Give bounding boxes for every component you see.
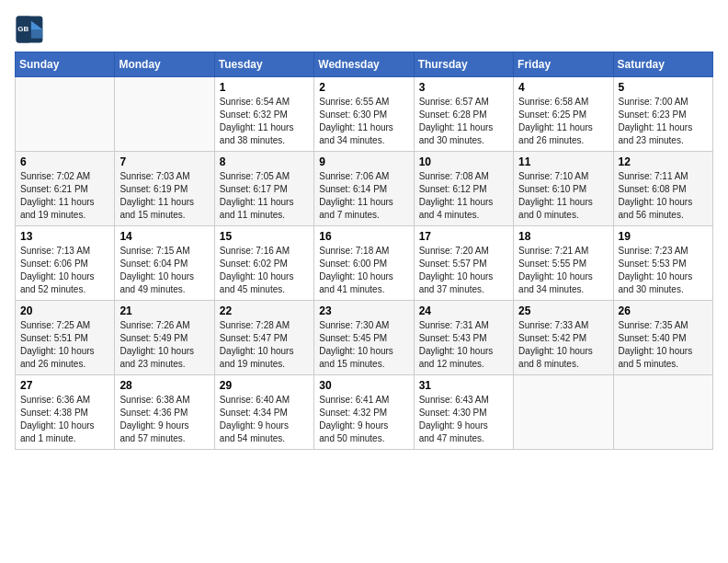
calendar-cell: 21Sunrise: 7:26 AM Sunset: 5:49 PM Dayli…	[115, 301, 214, 375]
weekday-header-wednesday: Wednesday	[314, 52, 414, 77]
day-number: 31	[419, 379, 508, 392]
day-info: Sunrise: 7:18 AM Sunset: 6:00 PM Dayligh…	[319, 245, 408, 296]
day-info: Sunrise: 7:06 AM Sunset: 6:14 PM Dayligh…	[319, 170, 408, 222]
day-number: 9	[319, 155, 408, 168]
calendar-cell	[613, 375, 712, 450]
day-info: Sunrise: 6:57 AM Sunset: 6:28 PM Dayligh…	[419, 96, 508, 147]
day-info: Sunrise: 7:26 AM Sunset: 5:49 PM Dayligh…	[119, 319, 209, 371]
calendar-header: SundayMondayTuesdayWednesdayThursdayFrid…	[16, 52, 713, 77]
calendar-cell: 20Sunrise: 7:25 AM Sunset: 5:51 PM Dayli…	[16, 301, 115, 375]
day-number: 30	[319, 379, 408, 392]
calendar-cell: 31Sunrise: 6:43 AM Sunset: 4:30 PM Dayli…	[414, 375, 513, 450]
calendar-cell: 12Sunrise: 7:11 AM Sunset: 6:08 PM Dayli…	[613, 152, 712, 226]
day-info: Sunrise: 7:35 AM Sunset: 5:40 PM Dayligh…	[619, 319, 708, 371]
day-info: Sunrise: 6:40 AM Sunset: 4:34 PM Dayligh…	[220, 394, 309, 445]
day-info: Sunrise: 7:05 AM Sunset: 6:17 PM Dayligh…	[220, 170, 309, 222]
day-info: Sunrise: 7:03 AM Sunset: 6:19 PM Dayligh…	[119, 170, 209, 222]
day-info: Sunrise: 7:33 AM Sunset: 5:42 PM Dayligh…	[518, 319, 608, 371]
calendar-cell	[115, 77, 214, 152]
day-number: 2	[319, 81, 408, 94]
day-number: 8	[220, 155, 309, 168]
day-info: Sunrise: 7:10 AM Sunset: 6:10 PM Dayligh…	[518, 170, 608, 222]
calendar-week-2: 6Sunrise: 7:02 AM Sunset: 6:21 PM Daylig…	[16, 152, 713, 226]
day-info: Sunrise: 7:02 AM Sunset: 6:21 PM Dayligh…	[20, 170, 109, 222]
calendar-table: SundayMondayTuesdayWednesdayThursdayFrid…	[15, 52, 713, 450]
day-info: Sunrise: 7:23 AM Sunset: 5:53 PM Dayligh…	[619, 245, 708, 296]
day-number: 22	[220, 304, 309, 317]
day-number: 17	[419, 230, 508, 243]
day-info: Sunrise: 7:13 AM Sunset: 6:06 PM Dayligh…	[20, 245, 109, 296]
day-number: 13	[20, 230, 109, 243]
calendar-cell: 9Sunrise: 7:06 AM Sunset: 6:14 PM Daylig…	[314, 152, 414, 226]
calendar-cell: 24Sunrise: 7:31 AM Sunset: 5:43 PM Dayli…	[414, 301, 513, 375]
day-number: 14	[119, 230, 209, 243]
day-info: Sunrise: 6:55 AM Sunset: 6:30 PM Dayligh…	[319, 96, 408, 147]
calendar-cell: 8Sunrise: 7:05 AM Sunset: 6:17 PM Daylig…	[214, 152, 313, 226]
calendar-cell: 22Sunrise: 7:28 AM Sunset: 5:47 PM Dayli…	[214, 301, 313, 375]
day-info: Sunrise: 6:36 AM Sunset: 4:38 PM Dayligh…	[20, 394, 109, 445]
day-info: Sunrise: 7:28 AM Sunset: 5:47 PM Dayligh…	[220, 319, 309, 371]
day-number: 27	[20, 379, 109, 392]
day-number: 3	[419, 81, 508, 94]
calendar-week-5: 27Sunrise: 6:36 AM Sunset: 4:38 PM Dayli…	[16, 375, 713, 450]
calendar-cell: 16Sunrise: 7:18 AM Sunset: 6:00 PM Dayli…	[314, 226, 414, 301]
day-number: 15	[220, 230, 309, 243]
day-number: 1	[220, 81, 309, 94]
calendar-cell: 5Sunrise: 7:00 AM Sunset: 6:23 PM Daylig…	[613, 77, 712, 152]
calendar-cell: 26Sunrise: 7:35 AM Sunset: 5:40 PM Dayli…	[613, 301, 712, 375]
logo-icon: GB	[15, 15, 44, 44]
weekday-header-sunday: Sunday	[16, 52, 115, 77]
calendar-cell: 17Sunrise: 7:20 AM Sunset: 5:57 PM Dayli…	[414, 226, 513, 301]
svg-text:GB: GB	[17, 25, 28, 33]
calendar-cell: 27Sunrise: 6:36 AM Sunset: 4:38 PM Dayli…	[16, 375, 115, 450]
weekday-header-thursday: Thursday	[414, 52, 513, 77]
day-number: 6	[20, 155, 109, 168]
svg-marker-2	[31, 29, 43, 39]
day-info: Sunrise: 7:16 AM Sunset: 6:02 PM Dayligh…	[220, 245, 309, 296]
calendar-cell: 25Sunrise: 7:33 AM Sunset: 5:42 PM Dayli…	[514, 301, 613, 375]
weekday-header-saturday: Saturday	[613, 52, 712, 77]
calendar-cell: 11Sunrise: 7:10 AM Sunset: 6:10 PM Dayli…	[514, 152, 613, 226]
calendar-cell: 18Sunrise: 7:21 AM Sunset: 5:55 PM Dayli…	[514, 226, 613, 301]
day-number: 19	[619, 230, 708, 243]
day-info: Sunrise: 7:08 AM Sunset: 6:12 PM Dayligh…	[419, 170, 508, 222]
day-number: 26	[619, 304, 708, 317]
calendar-cell: 19Sunrise: 7:23 AM Sunset: 5:53 PM Dayli…	[613, 226, 712, 301]
calendar-cell: 1Sunrise: 6:54 AM Sunset: 6:32 PM Daylig…	[214, 77, 313, 152]
day-number: 18	[518, 230, 608, 243]
day-number: 28	[119, 379, 209, 392]
calendar-cell: 4Sunrise: 6:58 AM Sunset: 6:25 PM Daylig…	[514, 77, 613, 152]
day-info: Sunrise: 7:20 AM Sunset: 5:57 PM Dayligh…	[419, 245, 508, 296]
day-number: 4	[518, 81, 608, 94]
calendar-week-1: 1Sunrise: 6:54 AM Sunset: 6:32 PM Daylig…	[16, 77, 713, 152]
day-number: 16	[319, 230, 408, 243]
calendar-cell: 13Sunrise: 7:13 AM Sunset: 6:06 PM Dayli…	[16, 226, 115, 301]
day-number: 12	[619, 155, 708, 168]
day-info: Sunrise: 7:21 AM Sunset: 5:55 PM Dayligh…	[518, 245, 608, 296]
weekday-header-friday: Friday	[514, 52, 613, 77]
calendar-cell: 7Sunrise: 7:03 AM Sunset: 6:19 PM Daylig…	[115, 152, 214, 226]
day-info: Sunrise: 6:54 AM Sunset: 6:32 PM Dayligh…	[220, 96, 309, 147]
day-number: 5	[619, 81, 708, 94]
day-info: Sunrise: 7:30 AM Sunset: 5:45 PM Dayligh…	[319, 319, 408, 371]
page-header: GB	[15, 15, 713, 44]
calendar-cell: 15Sunrise: 7:16 AM Sunset: 6:02 PM Dayli…	[214, 226, 313, 301]
calendar-cell: 30Sunrise: 6:41 AM Sunset: 4:32 PM Dayli…	[314, 375, 414, 450]
logo: GB	[15, 15, 48, 44]
calendar-cell: 23Sunrise: 7:30 AM Sunset: 5:45 PM Dayli…	[314, 301, 414, 375]
day-info: Sunrise: 7:11 AM Sunset: 6:08 PM Dayligh…	[619, 170, 708, 222]
day-number: 11	[518, 155, 608, 168]
calendar-cell: 28Sunrise: 6:38 AM Sunset: 4:36 PM Dayli…	[115, 375, 214, 450]
calendar-cell: 10Sunrise: 7:08 AM Sunset: 6:12 PM Dayli…	[414, 152, 513, 226]
day-info: Sunrise: 7:15 AM Sunset: 6:04 PM Dayligh…	[119, 245, 209, 296]
weekday-header-monday: Monday	[115, 52, 214, 77]
day-info: Sunrise: 6:38 AM Sunset: 4:36 PM Dayligh…	[119, 394, 209, 445]
calendar-week-3: 13Sunrise: 7:13 AM Sunset: 6:06 PM Dayli…	[16, 226, 713, 301]
calendar-cell: 3Sunrise: 6:57 AM Sunset: 6:28 PM Daylig…	[414, 77, 513, 152]
day-number: 10	[419, 155, 508, 168]
day-number: 25	[518, 304, 608, 317]
calendar-cell	[16, 77, 115, 152]
calendar-cell	[514, 375, 613, 450]
day-info: Sunrise: 6:58 AM Sunset: 6:25 PM Dayligh…	[518, 96, 608, 147]
day-info: Sunrise: 6:43 AM Sunset: 4:30 PM Dayligh…	[419, 394, 508, 445]
